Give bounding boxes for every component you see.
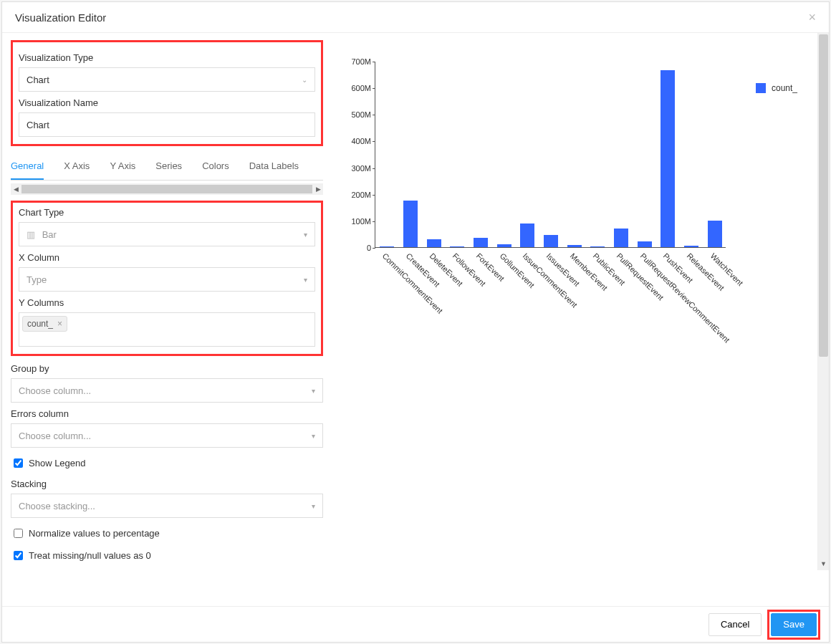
chart-bar[interactable] — [567, 245, 582, 247]
modal-footer: Cancel Save — [2, 606, 829, 642]
cancel-button[interactable]: Cancel — [708, 613, 762, 636]
y-tick-label: 200M — [341, 191, 375, 199]
stacking-select[interactable]: Choose stacking... ▾ — [11, 494, 323, 518]
treat-missing-checkbox[interactable] — [14, 551, 23, 560]
chart-bar[interactable] — [450, 246, 464, 247]
chart-bar[interactable] — [661, 70, 675, 247]
save-button[interactable]: Save — [771, 613, 817, 636]
stacking-label: Stacking — [11, 479, 323, 489]
show-legend-checkbox[interactable] — [14, 458, 23, 468]
modal-vertical-scrollbar[interactable]: ▲ ▼ — [817, 33, 829, 570]
scroll-left-icon[interactable]: ◀ — [11, 186, 21, 193]
chart-bar[interactable] — [520, 224, 534, 247]
highlight-save: Save — [767, 610, 820, 640]
chart-preview-panel: count_ 0100M200M300M400M500M600M700MComm… — [332, 33, 829, 606]
chart-type-select[interactable]: ▥ Bar ▾ — [19, 222, 315, 246]
chevron-down-icon: ▾ — [304, 231, 307, 239]
chart-bar[interactable] — [403, 201, 418, 247]
viz-type-select[interactable]: Chart ⌄ — [19, 67, 315, 92]
highlight-viz-meta: Visualization Type Chart ⌄ Visualization… — [11, 40, 323, 146]
tab-xaxis[interactable]: X Axis — [64, 153, 90, 180]
chart-type-value: Bar — [42, 229, 57, 240]
normalize-checkbox[interactable] — [14, 529, 23, 538]
group-by-placeholder: Choose column... — [19, 385, 91, 396]
x-column-select[interactable]: Type ▾ — [19, 267, 315, 292]
editor-tabs: General X Axis Y Axis Series Colors Data… — [11, 153, 323, 181]
y-tick-label: 300M — [341, 164, 375, 173]
chart-bar[interactable] — [497, 244, 511, 247]
y-tick-label: 0 — [341, 244, 375, 252]
chevron-down-icon: ▾ — [304, 276, 307, 284]
scroll-down-icon[interactable]: ▼ — [818, 560, 829, 570]
y-tick-label: 600M — [341, 84, 375, 92]
chart-plot: count_ 0100M200M300M400M500M600M700MComm… — [375, 62, 726, 248]
remove-tag-icon[interactable]: × — [57, 319, 62, 329]
chart-bar[interactable] — [590, 246, 605, 247]
viz-type-value: Chart — [27, 75, 49, 85]
errors-column-placeholder: Choose column... — [19, 431, 91, 441]
y-columns-label: Y Columns — [19, 297, 315, 308]
show-legend-label: Show Legend — [29, 458, 86, 468]
modal-body: Visualization Type Chart ⌄ Visualization… — [2, 33, 829, 606]
chart-bar[interactable] — [638, 241, 652, 247]
group-by-label: Group by — [11, 363, 323, 374]
modal-header: Visualization Editor × — [2, 2, 829, 33]
group-by-select[interactable]: Choose column... ▾ — [11, 378, 323, 403]
chevron-down-icon: ▾ — [312, 502, 315, 510]
scroll-right-icon[interactable]: ▶ — [313, 186, 323, 193]
y-columns-input[interactable]: count_ × — [19, 312, 315, 347]
viz-name-value: Chart — [27, 120, 49, 130]
normalize-row[interactable]: Normalize values to percentage — [11, 527, 323, 540]
treat-missing-label: Treat missing/null values as 0 — [29, 550, 151, 561]
highlight-general-fields: Chart Type ▥ Bar ▾ X Column Type ▾ Y Col… — [11, 201, 323, 356]
bar-chart-icon: ▥ — [27, 229, 35, 240]
scroll-track[interactable] — [21, 185, 312, 193]
chart-legend: count_ — [756, 83, 797, 93]
tab-series[interactable]: Series — [155, 153, 182, 180]
show-legend-row[interactable]: Show Legend — [11, 456, 323, 470]
x-column-label: X Column — [19, 252, 315, 263]
viz-name-input[interactable]: Chart — [19, 112, 315, 137]
chart-area: count_ 0100M200M300M400M500M600M700MComm… — [339, 47, 797, 384]
y-column-tag: count_ × — [22, 316, 67, 332]
chart-bar[interactable] — [474, 238, 488, 247]
stacking-placeholder: Choose stacking... — [19, 501, 95, 511]
tab-yaxis[interactable]: Y Axis — [110, 153, 135, 180]
tab-general[interactable]: General — [11, 153, 44, 180]
y-tick-label: 500M — [341, 110, 375, 119]
tab-colors[interactable]: Colors — [202, 153, 229, 180]
viz-name-label: Visualization Name — [19, 97, 315, 108]
close-icon[interactable]: × — [808, 11, 816, 24]
errors-column-select[interactable]: Choose column... ▾ — [11, 423, 323, 448]
legend-swatch — [756, 83, 766, 93]
chevron-down-icon: ▾ — [312, 387, 315, 395]
modal-title: Visualization Editor — [15, 11, 106, 24]
y-tick-label: 400M — [341, 137, 375, 145]
chevron-down-icon: ⌄ — [302, 76, 307, 84]
y-tick-label: 100M — [341, 217, 375, 226]
legend-label: count_ — [772, 83, 797, 93]
scroll-thumb[interactable] — [819, 34, 828, 357]
chart-bar[interactable] — [380, 246, 394, 247]
errors-column-label: Errors column — [11, 408, 323, 419]
y-column-tag-label: count_ — [27, 319, 53, 329]
tab-datalabels[interactable]: Data Labels — [249, 153, 299, 180]
x-column-value: Type — [27, 274, 47, 285]
tabs-horizontal-scrollbar[interactable]: ◀ ▶ — [11, 183, 323, 195]
treat-missing-row[interactable]: Treat missing/null values as 0 — [11, 549, 323, 562]
chart-bar[interactable] — [544, 235, 558, 247]
chart-bar[interactable] — [708, 221, 722, 247]
normalize-label: Normalize values to percentage — [29, 528, 160, 539]
chart-bar[interactable] — [427, 239, 441, 247]
chart-type-label: Chart Type — [19, 207, 315, 218]
chart-bar[interactable] — [614, 229, 628, 247]
viz-type-label: Visualization Type — [19, 52, 315, 63]
chevron-down-icon: ▾ — [312, 432, 315, 440]
y-tick-label: 700M — [341, 57, 375, 66]
visualization-editor-modal: Visualization Editor × Visualization Typ… — [1, 1, 830, 643]
left-panel: Visualization Type Chart ⌄ Visualization… — [2, 33, 332, 606]
chart-bar[interactable] — [684, 246, 698, 247]
